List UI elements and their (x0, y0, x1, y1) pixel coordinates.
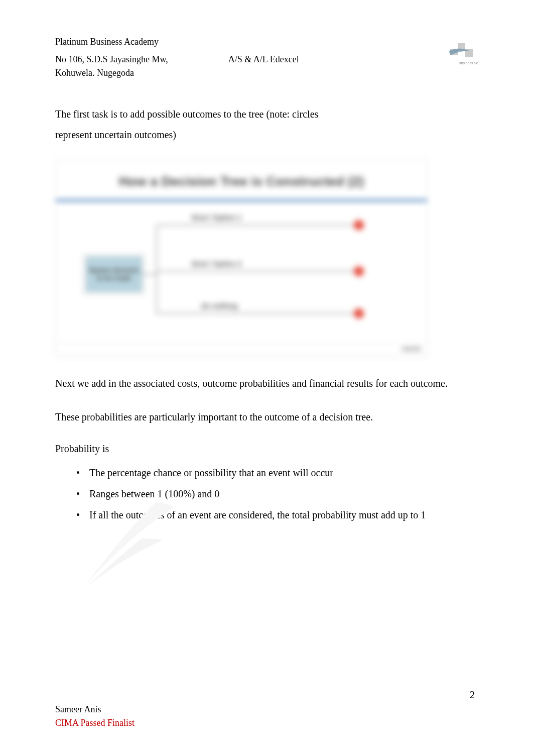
paragraph-probabilities-intro: These probabilities are particularly imp… (55, 407, 478, 427)
intro-paragraph: The first task is to add possible outcom… (55, 104, 478, 145)
chance-node-3 (354, 308, 364, 318)
svg-text:Business School: Business School (459, 61, 478, 65)
branch-label-2: Strat / Option 2 (191, 260, 241, 268)
document-header: Platinum Business Academy No 106, S.D.S … (55, 35, 478, 80)
bullet-item-1: The percentage chance or possibility tha… (73, 463, 478, 482)
address-line-1: No 106, S.D.S Jayasinghe Mw, (55, 54, 168, 64)
probability-heading: Probability is (55, 439, 478, 459)
probability-bullets: The percentage chance or possibility tha… (73, 463, 478, 524)
course-label: A/S & A/L Edexcel (228, 53, 299, 80)
chance-node-1 (354, 220, 364, 230)
academy-logo-icon: Business School (443, 34, 478, 69)
figure-footer-brand: tutor2u (56, 342, 427, 356)
intro-line-1: The first task is to add possible outcom… (55, 109, 318, 120)
chance-node-2 (354, 266, 364, 276)
paragraph-costs: Next we add in the associated costs, out… (55, 373, 478, 394)
author-name: Sameer Anis (55, 704, 101, 714)
bullet-item-2: Ranges between 1 (100%) and 0 (73, 484, 478, 503)
page-number: 2 (470, 689, 475, 701)
author-credential: CIMA Passed Finalist (55, 718, 135, 728)
decision-node-dashed-border (83, 254, 145, 295)
intro-line-2: represent uncertain outcomes) (55, 129, 176, 140)
branch-label-3: do nothing (201, 302, 237, 310)
figure-title: How a Decision Tree is Constructed (2) (56, 160, 427, 194)
bullet-item-3: If all the outcomes of an event are cons… (73, 505, 478, 524)
address-line-2: Kohuwela. Nugegoda (55, 68, 134, 78)
branch-label-1: Strat / Option 1 (191, 213, 241, 222)
footer-credits: Sameer Anis CIMA Passed Finalist (55, 703, 135, 730)
institution-name: Platinum Business Academy (55, 35, 443, 49)
decision-tree-figure: How a Decision Tree is Constructed (2) S… (55, 159, 428, 356)
